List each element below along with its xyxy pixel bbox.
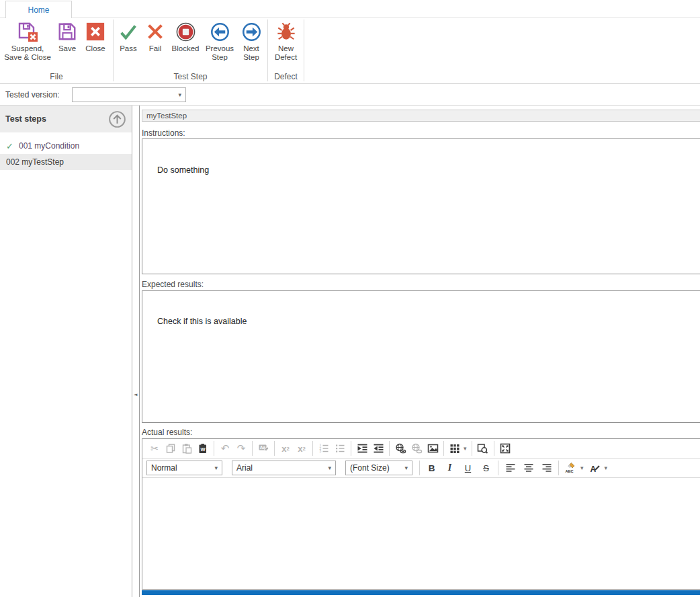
outdent-button[interactable]	[370, 440, 386, 456]
blocked-label: Blocked	[172, 44, 200, 53]
tested-version-label: Tested version:	[5, 90, 60, 100]
test-step-item-label: 001 myCondition	[19, 141, 79, 151]
bullet-list-button[interactable]	[332, 440, 348, 456]
remove-link-button[interactable]	[408, 440, 425, 456]
clear-formatting-button[interactable]: Aa	[255, 440, 271, 456]
suspend-save-close-button[interactable]: Suspend, Save & Close	[1, 19, 54, 62]
step-title-field: myTestStep	[142, 110, 700, 122]
content: Test steps ✓ 001 myCondition 002 myTestS…	[0, 106, 700, 597]
highlight-dropdown-icon[interactable]: ▾	[580, 465, 584, 471]
test-step-item-001[interactable]: ✓ 001 myCondition	[0, 138, 132, 154]
previous-step-button[interactable]: Prevous Step	[202, 19, 237, 62]
align-left-button[interactable]	[501, 460, 519, 476]
ribbon: Suspend, Save & Close Save	[0, 18, 700, 84]
fullscreen-icon	[500, 443, 511, 454]
font-color-dropdown-icon[interactable]: ▾	[605, 465, 608, 471]
numbered-list-button[interactable]: 123	[316, 440, 332, 456]
superscript-button[interactable]: x2	[277, 440, 294, 456]
step-detail: myTestStep Instructions: Do something Ex…	[140, 106, 700, 597]
font-color-button[interactable]: A	[586, 460, 604, 476]
collapse-panel-icon[interactable]: ◄	[134, 392, 137, 397]
scissors-icon: ✂	[150, 444, 159, 453]
bug-icon	[275, 21, 297, 42]
font-size-select[interactable]: (Font Size) ▾	[345, 461, 412, 475]
bold-button[interactable]: B	[423, 460, 441, 476]
blocked-icon	[175, 21, 196, 42]
editor-toolbar-row1: ✂ W ↶ ↷ Aa x2 x2	[142, 439, 700, 459]
italic-button[interactable]: I	[441, 460, 459, 476]
numbered-list-icon: 123	[318, 443, 329, 454]
paste-button[interactable]	[179, 440, 195, 456]
cut-button[interactable]: ✂	[146, 440, 163, 456]
ribbon-separator	[304, 19, 304, 81]
strikethrough-button[interactable]: S	[477, 460, 495, 476]
save-label: Save	[58, 44, 76, 53]
fail-label: Fail	[149, 44, 162, 53]
test-step-item-002[interactable]: 002 myTestStep	[0, 154, 132, 170]
actual-results-input[interactable]	[142, 478, 700, 589]
font-name-select[interactable]: Arial ▾	[232, 461, 336, 475]
svg-text:A: A	[590, 465, 596, 474]
font-name-value: Arial	[236, 463, 253, 473]
align-center-icon	[523, 463, 534, 473]
toolbar-separator	[419, 461, 420, 475]
toolbar-separator	[494, 441, 494, 456]
actual-results-editor: ✂ W ↶ ↷ Aa x2 x2	[142, 438, 700, 590]
pass-icon	[118, 21, 139, 42]
tab-home-label: Home	[28, 5, 49, 15]
font-color-icon: A	[589, 463, 601, 473]
close-icon	[85, 21, 106, 42]
align-right-icon	[541, 463, 552, 473]
tab-home[interactable]: Home	[5, 1, 72, 18]
new-defect-button[interactable]: New Defect	[269, 19, 302, 62]
undo-icon: ↶	[221, 444, 230, 454]
tab-strip: Home	[0, 0, 700, 18]
pass-label: Pass	[120, 44, 137, 53]
paste-icon	[181, 443, 192, 454]
indent-button[interactable]	[354, 440, 370, 456]
fullscreen-button[interactable]	[497, 440, 513, 456]
insert-table-button[interactable]	[447, 440, 463, 456]
highlight-color-button[interactable]: ABC	[562, 460, 580, 476]
align-right-button[interactable]	[537, 460, 556, 476]
undo-button[interactable]: ↶	[217, 440, 233, 456]
test-step-item-label: 002 myTestStep	[6, 157, 64, 167]
bottom-accent-bar	[142, 590, 700, 595]
subscript-button[interactable]: x2	[294, 440, 310, 456]
next-step-label: Next Step	[243, 44, 259, 62]
test-steps-panel: Test steps ✓ 001 myCondition 002 myTestS…	[0, 106, 132, 597]
toolbar-separator	[214, 441, 214, 456]
blocked-button[interactable]: Blocked	[169, 19, 202, 53]
suspend-save-close-label: Suspend, Save & Close	[4, 44, 51, 62]
ribbon-group-file: Suspend, Save & Close Save	[0, 18, 113, 83]
redo-button[interactable]: ↷	[233, 440, 249, 456]
scroll-up-icon[interactable]	[108, 110, 126, 128]
globe-unlink-icon	[411, 443, 423, 454]
copy-button[interactable]	[163, 440, 179, 456]
outdent-icon	[373, 443, 384, 454]
panel-splitter[interactable]: ◄	[132, 106, 140, 597]
highlight-color-icon: ABC	[565, 463, 576, 473]
toolbar-separator	[351, 441, 351, 456]
insert-image-button[interactable]	[425, 440, 441, 456]
tested-version-combobox[interactable]: ▾	[72, 87, 186, 102]
suspend-save-close-icon	[17, 21, 38, 42]
paste-from-word-button[interactable]: W	[195, 440, 211, 456]
save-button[interactable]: Save	[54, 19, 81, 53]
close-button[interactable]: Close	[81, 19, 110, 53]
insert-link-button[interactable]	[392, 440, 408, 456]
fail-button[interactable]: Fail	[142, 19, 169, 53]
underline-button[interactable]: U	[459, 460, 477, 476]
table-grid-icon	[449, 443, 460, 454]
toolbar-separator	[443, 441, 444, 456]
pass-button[interactable]: Pass	[115, 19, 142, 53]
copy-icon	[165, 443, 176, 454]
paragraph-style-select[interactable]: Normal ▾	[146, 461, 222, 475]
expected-results-text: Check if this is available	[157, 317, 247, 326]
group-label-defect: Defect	[268, 71, 304, 83]
align-center-button[interactable]	[519, 460, 537, 476]
preview-button[interactable]	[475, 440, 491, 456]
table-dropdown-icon[interactable]: ▾	[464, 445, 467, 452]
paste-from-word-icon: W	[198, 443, 208, 454]
next-step-button[interactable]: Next Step	[237, 19, 265, 62]
